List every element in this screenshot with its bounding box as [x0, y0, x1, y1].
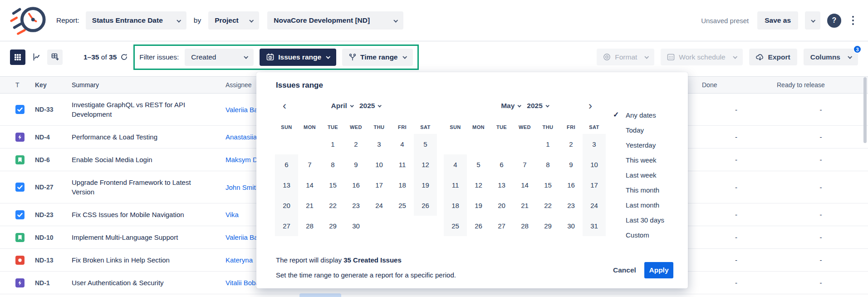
calendar-day[interactable]: 4 [391, 134, 414, 154]
calendar-day[interactable]: 6 [275, 154, 298, 175]
calendar-day[interactable]: 21 [298, 195, 321, 216]
project-select[interactable]: NovaCore Development [ND] [267, 11, 403, 30]
calendar-day[interactable]: 8 [536, 154, 559, 175]
calendar-day[interactable]: 19 [414, 175, 437, 195]
calendar-day[interactable]: 1 [321, 134, 344, 154]
calendar-day[interactable]: 6 [490, 154, 513, 175]
refresh-icon[interactable] [120, 53, 128, 61]
calendar-day[interactable]: 14 [513, 175, 536, 195]
calendar-day[interactable]: 27 [490, 216, 513, 236]
calendar-day[interactable]: 16 [344, 175, 368, 195]
range-option-this-week[interactable]: This week [610, 153, 685, 168]
calendar-day[interactable]: 5 [467, 154, 490, 175]
calendar-day[interactable]: 9 [344, 154, 368, 175]
range-option-yesterday[interactable]: Yesterday [610, 138, 685, 153]
calendar-day[interactable]: 3 [368, 134, 391, 154]
export-button[interactable]: Export [749, 49, 797, 65]
calendar-day[interactable]: 26 [414, 195, 437, 216]
calendar-day[interactable]: 4 [444, 154, 467, 175]
month-select[interactable]: May [501, 102, 520, 110]
calendar-day[interactable]: 22 [321, 195, 344, 216]
calendar-day[interactable]: 20 [490, 195, 513, 216]
month-select[interactable]: April [331, 102, 353, 110]
columns-button[interactable]: Columns 3 [804, 49, 858, 65]
calendar-day[interactable]: 31 [583, 216, 606, 236]
apply-button[interactable]: Apply [644, 262, 673, 278]
calendar-day[interactable]: 23 [344, 195, 368, 216]
year-select[interactable]: 2025 [359, 102, 381, 110]
calendar-day[interactable]: 15 [321, 175, 344, 195]
column-header-ready-to-release: Ready to release [774, 81, 868, 89]
more-options-kebab-button[interactable] [848, 11, 858, 30]
calendar-day[interactable]: 9 [559, 154, 583, 175]
issue-filter-select[interactable]: Created [185, 49, 254, 66]
calendar-day[interactable]: 24 [368, 195, 391, 216]
calendar-day[interactable]: 30 [344, 216, 368, 236]
range-option-any-dates[interactable]: ✓Any dates [610, 108, 685, 123]
calendar-day[interactable]: 27 [275, 216, 298, 236]
report-type-select[interactable]: Status Entrance Date [86, 11, 186, 30]
calendar-day[interactable]: 13 [275, 175, 298, 195]
calendar-day[interactable]: 11 [391, 154, 414, 175]
calendar-day[interactable]: 13 [490, 175, 513, 195]
calendar-day[interactable]: 8 [321, 154, 344, 175]
calendar-day[interactable]: 15 [536, 175, 559, 195]
calendar-day[interactable]: 14 [298, 175, 321, 195]
calendar-day[interactable]: 17 [368, 175, 391, 195]
calendar-day[interactable]: 1 [536, 134, 559, 154]
calendar-day[interactable]: 26 [467, 216, 490, 236]
calendar-day[interactable]: 24 [583, 195, 606, 216]
calendar-day[interactable]: 12 [414, 154, 437, 175]
calendar-day[interactable]: 10 [368, 154, 391, 175]
chevron-down-icon [518, 104, 521, 107]
calendar-day[interactable]: 10 [583, 154, 606, 175]
calendar-day[interactable]: 7 [298, 154, 321, 175]
calendar-day[interactable]: 3 [583, 134, 606, 154]
vertical-scrollbar-thumb[interactable] [863, 77, 867, 143]
range-option-custom[interactable]: Custom [610, 228, 685, 243]
calendar-day[interactable]: 18 [391, 175, 414, 195]
calendar-day[interactable]: 25 [391, 195, 414, 216]
calendar-day[interactable]: 30 [559, 216, 583, 236]
help-button[interactable]: ? [827, 14, 841, 28]
calendar-day[interactable]: 22 [536, 195, 559, 216]
calendar-day[interactable]: 12 [467, 175, 490, 195]
calendar-day[interactable]: 2 [559, 134, 583, 154]
calendar-day[interactable]: 16 [559, 175, 583, 195]
grid-view-button[interactable] [10, 50, 25, 65]
calendar-day[interactable]: 17 [583, 175, 606, 195]
format-button[interactable]: Format [597, 49, 654, 65]
group-by-select[interactable]: Project [208, 11, 259, 30]
calendar-day[interactable]: 21 [513, 195, 536, 216]
range-option-today[interactable]: Today [610, 123, 685, 138]
calendar-day[interactable]: 18 [444, 195, 467, 216]
calendar-day[interactable]: 29 [321, 216, 344, 236]
calendar-day[interactable]: 2 [344, 134, 368, 154]
calendar-may-2025: May2025SUNMONTUEWEDTHUFRISAT123456789101… [444, 96, 606, 236]
calendar-day[interactable]: 20 [275, 195, 298, 216]
calendar-day[interactable]: 19 [467, 195, 490, 216]
range-option-last-30-days[interactable]: Last 30 days [610, 213, 685, 228]
save-as-button[interactable]: Save as [757, 11, 798, 30]
save-as-dropdown-button[interactable] [805, 11, 820, 30]
issue-key: ND-1 [35, 279, 72, 287]
calendar-day[interactable]: 11 [444, 175, 467, 195]
calendar-day[interactable]: 28 [298, 216, 321, 236]
calendar-day[interactable]: 29 [536, 216, 559, 236]
chart-view-button[interactable] [29, 50, 44, 65]
range-option-last-week[interactable]: Last week [610, 168, 685, 183]
time-range-button[interactable]: Time range [342, 49, 412, 66]
calendar-day[interactable]: 25 [444, 216, 467, 236]
year-select[interactable]: 2025 [527, 102, 548, 110]
cancel-button[interactable]: Cancel [607, 262, 642, 278]
calendar-day[interactable]: 28 [513, 216, 536, 236]
pivot-view-button[interactable] [47, 50, 63, 65]
issues-range-button[interactable]: Issues range [260, 49, 336, 66]
range-option-this-month[interactable]: This month [610, 183, 685, 198]
calendar-day[interactable]: 5 [414, 134, 437, 154]
calendar-day[interactable]: 7 [513, 154, 536, 175]
work-schedule-button[interactable]: Work schedule [661, 49, 742, 65]
calendar-header: April2025 [275, 96, 437, 116]
calendar-day[interactable]: 23 [559, 195, 583, 216]
range-option-last-month[interactable]: Last month [610, 198, 685, 213]
